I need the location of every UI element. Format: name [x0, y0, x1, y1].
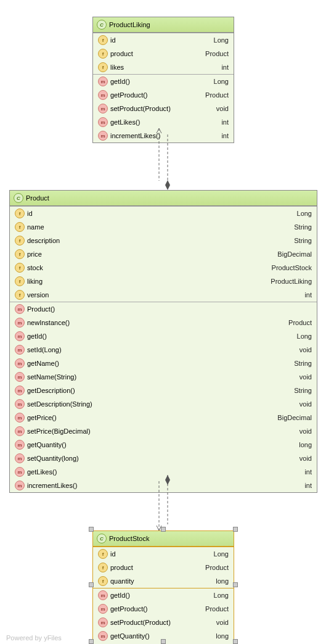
member-type: String	[294, 360, 312, 367]
field-row[interactable]: fstockProductStock	[10, 261, 317, 275]
method-row[interactable]: mgetDescription()String	[10, 384, 317, 397]
method-row[interactable]: msetDescription(String)void	[10, 397, 317, 411]
method-row[interactable]: mgetId()Long	[10, 329, 317, 343]
fields-section: fidLongfproductProductflikesint	[93, 33, 234, 74]
method-icon: m	[15, 304, 25, 314]
member-type: Product	[205, 564, 229, 571]
method-row[interactable]: mgetLikes()int	[10, 465, 317, 479]
member-name: quantity	[110, 577, 134, 585]
method-icon: m	[98, 90, 108, 100]
class-product-liking[interactable]: C ProductLiking fidLongfproductProductfl…	[92, 17, 234, 143]
class-title: ProductLiking	[109, 21, 150, 28]
method-row[interactable]: msetProduct(Product)void	[93, 102, 234, 115]
field-row[interactable]: fproductProduct	[93, 47, 234, 60]
field-row[interactable]: fpriceBigDecimal	[10, 247, 317, 261]
member-name: getName()	[27, 360, 59, 367]
member-type: String	[294, 223, 312, 231]
method-row[interactable]: msetId(Long)void	[10, 343, 317, 357]
member-type: int	[304, 482, 312, 489]
field-row[interactable]: flikingProductLiking	[10, 275, 317, 288]
method-row[interactable]: mincrementLikes()int	[10, 479, 317, 492]
footer-credit: Powered by yFiles	[6, 634, 62, 642]
resize-handle[interactable]	[233, 527, 238, 532]
member-type: Long	[214, 78, 229, 85]
class-product[interactable]: C Product fidLongfnameStringfdescription…	[9, 190, 317, 493]
field-row[interactable]: fdescriptionString	[10, 234, 317, 247]
member-name: id	[27, 210, 33, 217]
method-row[interactable]: mgetId()Long	[93, 75, 234, 88]
method-row[interactable]: mgetProduct()Product	[93, 88, 234, 102]
member-name: getProduct()	[110, 91, 148, 99]
method-icon: m	[98, 604, 108, 614]
method-row[interactable]: mgetProduct()Product	[93, 602, 234, 616]
member-type: Long	[214, 36, 229, 44]
method-row[interactable]: mnewInstance()Product	[10, 316, 317, 329]
field-row[interactable]: fidLong	[93, 547, 234, 561]
resize-handle[interactable]	[89, 582, 94, 587]
member-type: Long	[214, 592, 229, 599]
method-row[interactable]: mProduct()	[10, 302, 317, 316]
field-row[interactable]: fquantitylong	[93, 574, 234, 588]
method-row[interactable]: msetPrice(BigDecimal)void	[10, 424, 317, 438]
class-product-stock[interactable]: C ProductStock fidLongfproductProductfqu…	[92, 530, 234, 644]
class-icon: C	[97, 20, 107, 30]
methods-section: mgetId()LongmgetProduct()ProductmsetProd…	[93, 588, 234, 644]
method-row[interactable]: mgetName()String	[10, 357, 317, 370]
resize-handle[interactable]	[89, 527, 94, 532]
member-name: id	[110, 36, 116, 44]
member-name: liking	[27, 278, 43, 285]
resize-handle[interactable]	[161, 639, 166, 644]
method-row[interactable]: mgetPrice()BigDecimal	[10, 411, 317, 424]
member-type: long	[216, 577, 229, 585]
method-row[interactable]: mincrementLikes()int	[93, 129, 234, 142]
member-type: Product	[205, 50, 229, 57]
field-icon: f	[98, 62, 108, 72]
class-title: ProductStock	[109, 535, 149, 542]
member-name: product	[110, 50, 133, 57]
method-icon: m	[98, 631, 108, 641]
member-name: incrementLikes()	[27, 482, 77, 489]
fields-section: fidLongfproductProductfquantitylong	[93, 547, 234, 588]
method-icon: m	[98, 617, 108, 627]
method-row[interactable]: msetName(String)void	[10, 370, 317, 384]
member-name: getLikes()	[110, 118, 140, 126]
method-row[interactable]: mgetLikes()int	[93, 115, 234, 129]
method-row[interactable]: msetQuantity(long)void	[10, 452, 317, 465]
member-type: Long	[297, 210, 312, 217]
member-name: description	[27, 237, 60, 244]
member-type: ProductStock	[272, 264, 312, 271]
field-icon: f	[15, 263, 25, 273]
resize-handle[interactable]	[233, 582, 238, 587]
member-type: Long	[297, 332, 312, 340]
field-row[interactable]: fversionint	[10, 288, 317, 302]
field-row[interactable]: fnameString	[10, 220, 317, 234]
field-row[interactable]: fproductProduct	[93, 561, 234, 574]
methods-section: mgetId()LongmgetProduct()ProductmsetProd…	[93, 74, 234, 142]
member-type: String	[294, 387, 312, 394]
method-icon: m	[15, 318, 25, 328]
field-row[interactable]: fidLong	[93, 33, 234, 47]
member-name: getLikes()	[27, 468, 57, 476]
member-name: incrementLikes()	[110, 132, 160, 139]
member-type: Product	[205, 91, 229, 99]
method-row[interactable]: mgetQuantity()long	[10, 438, 317, 452]
member-name: setProduct(Product)	[110, 105, 171, 112]
method-icon: m	[98, 117, 108, 127]
member-name: price	[27, 250, 42, 258]
member-name: newInstance()	[27, 319, 70, 326]
resize-handle[interactable]	[233, 639, 238, 644]
field-icon: f	[15, 222, 25, 232]
member-name: version	[27, 291, 49, 299]
field-icon: f	[15, 249, 25, 259]
resize-handle[interactable]	[89, 639, 94, 644]
method-row[interactable]: mgetId()Long	[93, 588, 234, 602]
resize-handle[interactable]	[161, 527, 166, 532]
member-type: int	[304, 291, 312, 299]
member-type: void	[216, 105, 229, 112]
method-row[interactable]: msetProduct(Product)void	[93, 616, 234, 629]
member-type: BigDecimal	[277, 250, 312, 258]
field-icon: f	[15, 236, 25, 246]
field-row[interactable]: flikesint	[93, 60, 234, 74]
field-icon: f	[98, 576, 108, 586]
field-row[interactable]: fidLong	[10, 207, 317, 220]
